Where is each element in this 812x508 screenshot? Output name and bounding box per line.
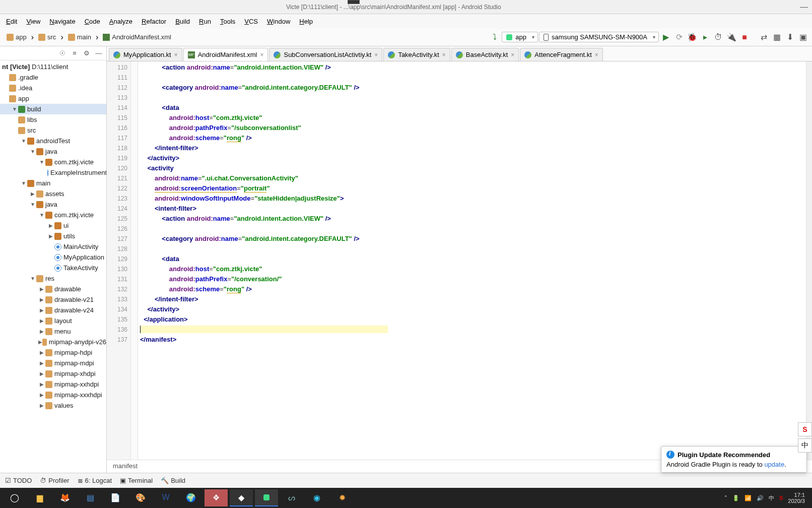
build-hammer-icon[interactable]: ⤵ [489,31,501,43]
tree-item-ui[interactable]: ▶ui [0,220,106,231]
sdk-manager-icon[interactable]: ⬇ [784,31,796,43]
error-stripe[interactable] [806,61,812,460]
tray-battery-icon[interactable]: 🔋 [732,495,739,501]
tab-androidmanifest-xml[interactable]: MFAndroidManifest.xml× [183,48,268,61]
tree-item-assets[interactable]: ▶assets [0,188,106,199]
tree-item-mipmap-xxhdpi[interactable]: ▶mipmap-xxhdpi [0,379,106,390]
tree-item-drawable-v24[interactable]: ▶drawable-v24 [0,305,106,315]
tray-date[interactable]: 2020/3 [788,498,805,504]
tree-item-mipmap-hdpi[interactable]: ▶mipmap-hdpi [0,347,106,358]
taskview-icon[interactable]: ▤ [79,489,102,506]
tree-arrow-icon[interactable]: ▼ [11,106,18,112]
tree-arrow-icon[interactable]: ▶ [38,339,42,345]
tree-item-menu[interactable]: ▶menu [0,326,106,337]
ime-lang-box[interactable]: 中 [798,438,812,453]
earth-icon[interactable]: 🌍 [179,489,202,506]
tree-arrow-icon[interactable]: ▶ [38,350,45,355]
device-select[interactable]: samsung SAMSUNG-SM-N900A [539,32,659,42]
tree-arrow-icon[interactable]: ▶ [38,286,45,292]
menu-code[interactable]: Code [81,16,104,27]
close-tab-icon[interactable]: × [511,51,514,58]
crumb-app[interactable]: app [3,32,30,42]
tree-arrow-icon[interactable]: ▶ [38,403,45,408]
tree-item-utils[interactable]: ▶utils [0,231,106,241]
tree-item-src[interactable]: src [0,125,106,136]
tree-arrow-icon[interactable]: ▼ [29,149,36,154]
tray-volume-icon[interactable]: 🔊 [757,495,764,501]
tree-arrow-icon[interactable]: ▶ [38,329,45,334]
tool-logcat[interactable]: ≣6: Logcat [78,477,112,484]
menu-view[interactable]: View [22,16,44,27]
tree-item-myapplication[interactable]: MyApplication [0,252,106,263]
tree-item-java[interactable]: ▼java [0,199,106,210]
tab-baseactivity-kt[interactable]: BaseActivity.kt× [451,48,519,61]
update-popup[interactable]: Plugin Update Recommended Android Gradle… [661,446,807,473]
tree-item-values[interactable]: ▶values [0,400,106,411]
word-icon[interactable]: W [154,489,177,506]
line-gutter[interactable]: 1101111121131141151161171181191201211221… [107,61,131,460]
app3-icon[interactable]: ◉ [305,489,328,506]
debug-button[interactable]: 🐞 [686,31,698,43]
sync-gradle-icon[interactable]: ⇄ [758,31,770,43]
menu-window[interactable]: Window [263,16,294,27]
project-gear-icon[interactable]: ⚙ [82,49,91,58]
menu-build[interactable]: Build [171,16,194,27]
tree-arrow-icon[interactable]: ▶ [38,318,45,324]
tree-arrow-icon[interactable]: ▼ [29,276,36,281]
app4-icon[interactable]: ✹ [330,489,354,506]
ime-box[interactable]: S [798,422,812,436]
explorer-icon[interactable]: ▆ [28,489,51,506]
attach-debugger-icon[interactable]: 🔌 [725,31,737,43]
tab-takeactivity-kt[interactable]: TakeActivity.kt× [383,48,450,61]
project-target-icon[interactable]: ☉ [58,49,67,58]
system-tray[interactable]: ˄ 🔋 📶 🔊 中 S 17:1 2020/3 [724,492,809,504]
tree-arrow-icon[interactable]: ▶ [38,382,45,387]
tree-item--gradle[interactable]: .gradle [0,72,106,83]
stop-button[interactable]: ■ [738,31,751,43]
close-tab-icon[interactable]: × [442,51,446,58]
tree-arrow-icon[interactable]: ▼ [20,138,27,144]
tab-myapplication-kt[interactable]: MyApplication.kt× [109,48,182,61]
tool-build[interactable]: 🔨Build [161,477,185,484]
tool-todo[interactable]: ☑TODO [5,477,32,484]
menu-tools[interactable]: Tools [216,16,239,27]
tab-subconversationlistactivtiy-kt[interactable]: SubConversationListActivtiy.kt× [269,48,382,61]
tree-item-java[interactable]: ▼java [0,146,106,157]
close-tab-icon[interactable]: × [260,51,263,58]
tree-item-main[interactable]: ▼main [0,178,106,188]
tree-item-mipmap-xhdpi[interactable]: ▶mipmap-xhdpi [0,368,106,379]
menu-edit[interactable]: Edit [2,16,21,27]
menu-vcs[interactable]: VCS [240,16,262,27]
apply-changes-icon[interactable]: ⟳ [673,31,685,43]
tree-item-res[interactable]: ▼res [0,273,106,284]
coverage-icon[interactable]: ▸ [699,31,711,43]
tree-item-app[interactable]: app [0,93,106,104]
project-collapse-icon[interactable]: ≡ [70,49,79,58]
run-config-select[interactable]: app [502,32,538,42]
fold-column[interactable] [131,61,138,460]
tray-chevron-icon[interactable]: ˄ [724,495,727,501]
paint-icon[interactable]: 🎨 [129,489,152,506]
project-hide-icon[interactable]: — [94,49,103,58]
tree-item-libs[interactable]: libs [0,114,106,125]
menu-analyze[interactable]: Analyze [105,16,137,27]
crumb-file[interactable]: AndroidManifest.xml [99,32,175,42]
firefox-icon[interactable]: 🦊 [53,489,77,506]
tree-arrow-icon[interactable]: ▼ [38,212,45,218]
tree-item-layout[interactable]: ▶layout [0,315,106,326]
close-tab-icon[interactable]: × [374,51,378,58]
tree-item-mipmap-mdpi[interactable]: ▶mipmap-mdpi [0,358,106,368]
android-studio-icon[interactable] [255,489,278,506]
tree-arrow-icon[interactable]: ▶ [29,191,36,197]
tree-item-com-ztkj-victe[interactable]: ▼com.ztkj.victe [0,210,106,220]
menu-help[interactable]: Help [295,16,317,27]
tree-item-takeactivity[interactable]: TakeActivity [0,263,106,273]
tree-item-mipmap-anydpi-v26[interactable]: ▶mipmap-anydpi-v26 [0,337,106,347]
tray-time[interactable]: 17:1 [788,492,805,498]
close-tab-icon[interactable]: × [595,51,598,58]
tree-arrow-icon[interactable]: ▼ [29,202,36,207]
tray-sogou-icon[interactable]: S [779,495,783,501]
tree-root[interactable]: nt [Victe] D:\111\client [0,61,106,72]
run-button[interactable]: ▶ [660,31,672,43]
tree-item-mainactivity[interactable]: MainActivity [0,241,106,252]
